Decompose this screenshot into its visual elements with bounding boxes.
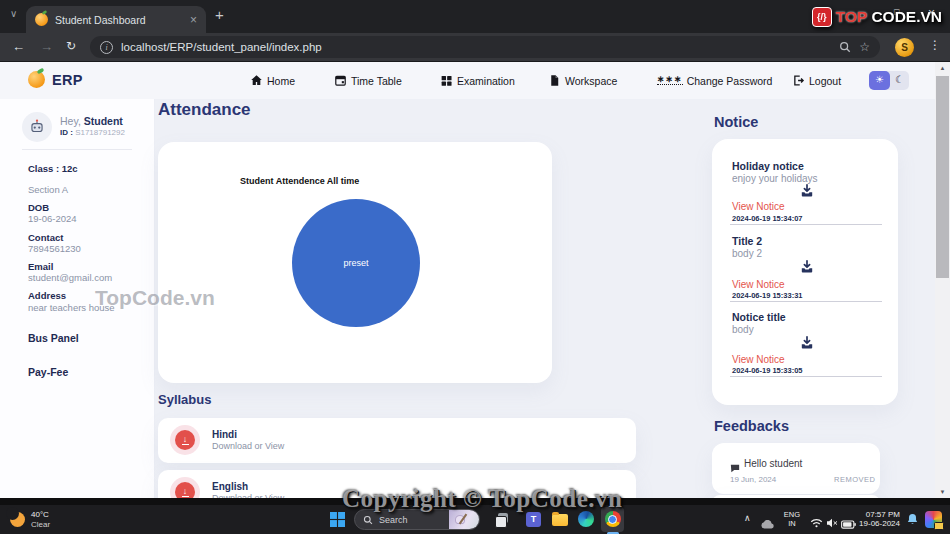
download-notice-icon[interactable] bbox=[799, 183, 815, 199]
class-line: Class : 12c bbox=[28, 163, 78, 174]
dob-label: DOB bbox=[28, 202, 49, 213]
download-arrow-icon: ↓ bbox=[175, 482, 195, 498]
pie-slice-label: preset bbox=[343, 258, 368, 268]
weather-badge bbox=[7, 510, 15, 518]
wifi-icon[interactable] bbox=[810, 514, 823, 532]
download-notice-icon[interactable] bbox=[799, 335, 815, 351]
nav-item-home[interactable]: Home bbox=[250, 62, 295, 99]
reload-button[interactable]: ↻ bbox=[66, 39, 76, 53]
taskbar-clock[interactable]: 07:57 PM 19-06-2024 bbox=[856, 510, 900, 528]
battery-icon[interactable] bbox=[841, 515, 856, 533]
tab-search-icon[interactable]: ∨ bbox=[10, 8, 17, 19]
zoom-page-icon[interactable] bbox=[839, 41, 851, 53]
light-mode-sun-icon[interactable]: ☀ bbox=[869, 71, 890, 90]
site-info-icon[interactable]: i bbox=[100, 41, 113, 54]
browser-profile-avatar[interactable]: S bbox=[895, 38, 914, 57]
notice-title: Title 2 bbox=[732, 235, 762, 247]
language-switcher[interactable]: ENG IN bbox=[781, 510, 803, 528]
copyright-watermark: Copyright © TopCode.vn bbox=[342, 485, 622, 513]
password-asterisks-icon: ∗∗∗ bbox=[657, 76, 683, 85]
feedback-status-badge: REMOVED bbox=[834, 475, 875, 484]
logout-icon bbox=[792, 74, 805, 87]
task-view-button[interactable] bbox=[495, 512, 510, 527]
search-label: Search bbox=[379, 515, 408, 525]
attendance-heading: Attendance bbox=[158, 100, 251, 120]
notice-body: body 2 bbox=[732, 248, 762, 259]
edge-icon[interactable] bbox=[578, 511, 594, 527]
notification-bell-icon[interactable] bbox=[906, 512, 919, 530]
nav-label: Logout bbox=[809, 75, 841, 87]
divider bbox=[22, 149, 132, 150]
file-explorer-icon[interactable] bbox=[552, 514, 568, 526]
dark-mode-moon-icon[interactable]: ☾ bbox=[890, 71, 909, 90]
home-icon bbox=[250, 74, 263, 87]
notice-title: Holiday notice bbox=[732, 160, 804, 172]
notice-body: body bbox=[732, 324, 754, 335]
theme-toggle[interactable]: ☀ ☾ bbox=[869, 71, 909, 90]
dob-value: 19-06-2024 bbox=[28, 213, 77, 224]
robot-avatar-icon bbox=[28, 118, 46, 136]
section-line: Section A bbox=[28, 184, 68, 195]
forward-button[interactable]: → bbox=[40, 39, 53, 54]
nav-label: Workspace bbox=[565, 75, 617, 87]
scroll-down-icon[interactable]: ▼ bbox=[935, 489, 950, 495]
screen: ∨ Student Dashboard × + − □ × ← → ↻ i lo… bbox=[0, 0, 950, 534]
chrome-icon[interactable] bbox=[605, 511, 621, 527]
contact-label: Contact bbox=[28, 232, 63, 243]
view-notice-link[interactable]: View Notice bbox=[732, 354, 785, 365]
download-notice-icon[interactable] bbox=[799, 259, 815, 275]
feedback-date: 19 Jun, 2024 bbox=[730, 475, 776, 484]
syllabus-download-link[interactable]: Download or View bbox=[212, 441, 284, 451]
syllabus-subject: Hindi bbox=[212, 429, 237, 440]
download-circle-icon[interactable]: ↓ bbox=[170, 425, 200, 455]
hidden-icons-chevron[interactable]: ∧ bbox=[744, 513, 751, 523]
start-button[interactable] bbox=[330, 512, 345, 531]
notice-title: Notice title bbox=[732, 311, 786, 323]
browser-tab[interactable]: Student Dashboard × bbox=[26, 6, 206, 33]
nav-item-logout[interactable]: Logout bbox=[792, 62, 841, 99]
nav-item-examination[interactable]: Examination bbox=[440, 62, 515, 99]
sidebar-item-pay-fee[interactable]: Pay-Fee bbox=[28, 366, 68, 378]
address-bar[interactable]: i localhost/ERP/student_panel/index.php … bbox=[90, 36, 880, 58]
grid-icon bbox=[440, 74, 453, 87]
back-button[interactable]: ← bbox=[12, 39, 25, 54]
bookmark-star-icon[interactable]: ☆ bbox=[859, 40, 870, 54]
teams-icon[interactable]: T bbox=[526, 512, 541, 527]
view-notice-link[interactable]: View Notice bbox=[732, 279, 785, 290]
volume-muted-icon[interactable] bbox=[826, 514, 838, 532]
app-navbar: ERP Home Time Table Examination Workspac… bbox=[0, 62, 950, 99]
nav-item-change-password[interactable]: ∗∗∗ Change Password bbox=[657, 62, 772, 99]
arrow-glyph: ↓ bbox=[183, 435, 188, 443]
weather-widget[interactable] bbox=[10, 512, 25, 527]
scrollbar-thumb[interactable] bbox=[936, 76, 949, 278]
topcode-logo-rest: CODE.VN bbox=[871, 8, 942, 26]
brand-logo-icon bbox=[28, 71, 45, 88]
greeting: Hey, Student bbox=[60, 115, 123, 127]
page-scrollbar[interactable]: ▲ ▼ bbox=[935, 62, 950, 498]
widgets-icon[interactable] bbox=[925, 511, 942, 528]
attendance-pie-chart[interactable]: preset bbox=[292, 199, 420, 327]
sidebar-item-bus-panel[interactable]: Bus Panel bbox=[28, 332, 79, 344]
clock-time: 07:57 PM bbox=[856, 510, 900, 519]
chart-title: Student Attendence All time bbox=[240, 176, 359, 186]
notice-timestamp: 2024-06-19 15:34:07 bbox=[732, 214, 802, 223]
brand[interactable]: ERP bbox=[28, 71, 83, 88]
document-icon bbox=[548, 74, 561, 87]
lang-secondary: IN bbox=[781, 519, 803, 528]
nav-item-time-table[interactable]: Time Table bbox=[334, 62, 402, 99]
site-favicon-icon bbox=[35, 13, 48, 26]
browser-tab-strip: ∨ Student Dashboard × + − □ × bbox=[0, 0, 950, 33]
download-arrow-icon: ↓ bbox=[175, 430, 195, 450]
tab-close-icon[interactable]: × bbox=[190, 13, 197, 27]
feedbacks-heading: Feedbacks bbox=[714, 418, 789, 434]
onedrive-cloud-icon[interactable] bbox=[760, 515, 775, 533]
new-tab-button[interactable]: + bbox=[215, 6, 224, 23]
divider bbox=[730, 376, 882, 377]
nav-item-workspace[interactable]: Workspace bbox=[548, 62, 617, 99]
browser-menu-icon[interactable]: ⋮ bbox=[929, 38, 941, 52]
scroll-up-icon[interactable]: ▲ bbox=[935, 65, 950, 71]
view-notice-link[interactable]: View Notice bbox=[732, 201, 785, 212]
search-icon bbox=[363, 515, 373, 525]
student-dashboard-page: ERP Home Time Table Examination Workspac… bbox=[0, 62, 950, 498]
notice-timestamp: 2024-06-19 15:33:05 bbox=[732, 366, 802, 375]
